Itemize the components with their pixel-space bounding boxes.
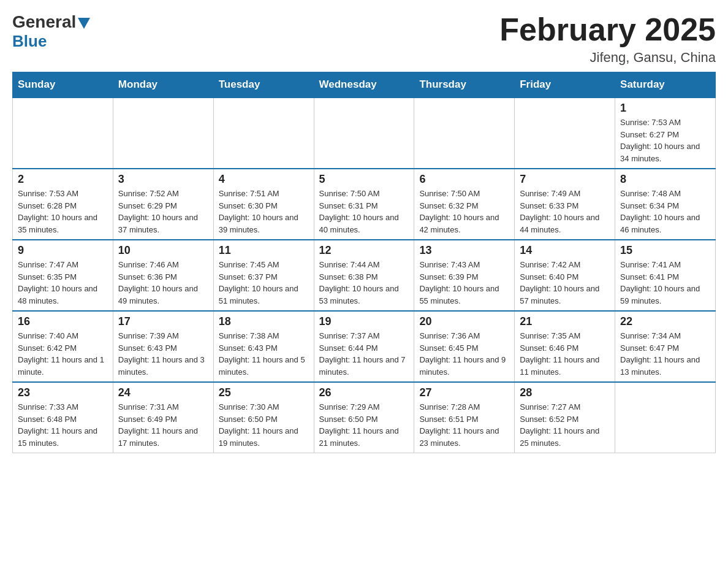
day-number: 8 [620, 173, 710, 186]
day-number: 13 [419, 244, 509, 257]
logo-blue-text: Blue [12, 33, 47, 49]
day-info: Sunrise: 7:51 AM Sunset: 6:30 PM Dayligh… [219, 188, 309, 236]
calendar-day-cell [314, 98, 414, 169]
day-info: Sunrise: 7:49 AM Sunset: 6:33 PM Dayligh… [520, 188, 610, 236]
calendar-day-cell: 12Sunrise: 7:44 AM Sunset: 6:38 PM Dayli… [314, 240, 414, 311]
day-number: 4 [219, 173, 309, 186]
calendar-day-cell: 14Sunrise: 7:42 AM Sunset: 6:40 PM Dayli… [515, 240, 615, 311]
day-number: 26 [319, 386, 409, 399]
calendar-day-cell [615, 382, 716, 453]
day-info: Sunrise: 7:38 AM Sunset: 6:43 PM Dayligh… [219, 330, 309, 378]
day-header-monday: Monday [113, 72, 213, 98]
day-number: 2 [18, 173, 108, 186]
day-info: Sunrise: 7:42 AM Sunset: 6:40 PM Dayligh… [520, 259, 610, 307]
day-info: Sunrise: 7:40 AM Sunset: 6:42 PM Dayligh… [18, 330, 108, 378]
day-header-thursday: Thursday [414, 72, 515, 98]
day-info: Sunrise: 7:41 AM Sunset: 6:41 PM Dayligh… [620, 259, 710, 307]
day-number: 28 [520, 386, 610, 399]
day-info: Sunrise: 7:37 AM Sunset: 6:44 PM Dayligh… [319, 330, 409, 378]
calendar-day-cell: 5Sunrise: 7:50 AM Sunset: 6:31 PM Daylig… [314, 169, 414, 240]
calendar-day-cell: 7Sunrise: 7:49 AM Sunset: 6:33 PM Daylig… [515, 169, 615, 240]
day-number: 10 [118, 244, 208, 257]
day-number: 6 [419, 173, 509, 186]
day-info: Sunrise: 7:29 AM Sunset: 6:50 PM Dayligh… [319, 401, 409, 449]
calendar-day-cell: 17Sunrise: 7:39 AM Sunset: 6:43 PM Dayli… [113, 311, 213, 382]
calendar-day-cell: 13Sunrise: 7:43 AM Sunset: 6:39 PM Dayli… [414, 240, 515, 311]
calendar-day-cell: 27Sunrise: 7:28 AM Sunset: 6:51 PM Dayli… [414, 382, 515, 453]
calendar-day-cell: 24Sunrise: 7:31 AM Sunset: 6:49 PM Dayli… [113, 382, 213, 453]
day-number: 12 [319, 244, 409, 257]
day-info: Sunrise: 7:53 AM Sunset: 6:27 PM Dayligh… [620, 117, 710, 164]
calendar-day-cell: 28Sunrise: 7:27 AM Sunset: 6:52 PM Dayli… [515, 382, 615, 453]
day-number: 3 [118, 173, 208, 186]
day-number: 11 [219, 244, 309, 257]
day-info: Sunrise: 7:46 AM Sunset: 6:36 PM Dayligh… [118, 259, 208, 307]
day-header-tuesday: Tuesday [213, 72, 314, 98]
day-number: 22 [620, 315, 710, 328]
calendar-week-row: 16Sunrise: 7:40 AM Sunset: 6:42 PM Dayli… [13, 311, 716, 382]
day-number: 19 [319, 315, 409, 328]
day-info: Sunrise: 7:35 AM Sunset: 6:46 PM Dayligh… [520, 330, 610, 378]
calendar-day-cell: 20Sunrise: 7:36 AM Sunset: 6:45 PM Dayli… [414, 311, 515, 382]
day-info: Sunrise: 7:31 AM Sunset: 6:49 PM Dayligh… [118, 401, 208, 449]
calendar-week-row: 23Sunrise: 7:33 AM Sunset: 6:48 PM Dayli… [13, 382, 716, 453]
calendar-day-cell: 11Sunrise: 7:45 AM Sunset: 6:37 PM Dayli… [213, 240, 314, 311]
day-number: 17 [118, 315, 208, 328]
day-info: Sunrise: 7:45 AM Sunset: 6:37 PM Dayligh… [219, 259, 309, 307]
day-info: Sunrise: 7:43 AM Sunset: 6:39 PM Dayligh… [419, 259, 509, 307]
calendar-day-cell [414, 98, 515, 169]
calendar-day-cell: 10Sunrise: 7:46 AM Sunset: 6:36 PM Dayli… [113, 240, 213, 311]
day-number: 14 [520, 244, 610, 257]
day-info: Sunrise: 7:34 AM Sunset: 6:47 PM Dayligh… [620, 330, 710, 378]
day-number: 23 [18, 386, 108, 399]
day-header-saturday: Saturday [615, 72, 716, 98]
day-info: Sunrise: 7:30 AM Sunset: 6:50 PM Dayligh… [219, 401, 309, 449]
logo-general-text: General [12, 12, 76, 32]
month-title: February 2025 [499, 12, 716, 47]
day-info: Sunrise: 7:33 AM Sunset: 6:48 PM Dayligh… [18, 401, 108, 449]
day-number: 21 [520, 315, 610, 328]
calendar-day-cell: 26Sunrise: 7:29 AM Sunset: 6:50 PM Dayli… [314, 382, 414, 453]
calendar-day-cell: 23Sunrise: 7:33 AM Sunset: 6:48 PM Dayli… [13, 382, 113, 453]
day-number: 27 [419, 386, 509, 399]
day-number: 5 [319, 173, 409, 186]
calendar-day-cell: 4Sunrise: 7:51 AM Sunset: 6:30 PM Daylig… [213, 169, 314, 240]
day-number: 9 [18, 244, 108, 257]
calendar-day-cell [113, 98, 213, 169]
location-label: Jifeng, Gansu, China [499, 50, 716, 66]
day-info: Sunrise: 7:50 AM Sunset: 6:31 PM Dayligh… [319, 188, 409, 236]
calendar-week-row: 2Sunrise: 7:53 AM Sunset: 6:28 PM Daylig… [13, 169, 716, 240]
day-info: Sunrise: 7:47 AM Sunset: 6:35 PM Dayligh… [18, 259, 108, 307]
calendar-day-cell: 9Sunrise: 7:47 AM Sunset: 6:35 PM Daylig… [13, 240, 113, 311]
day-number: 20 [419, 315, 509, 328]
calendar-day-cell [515, 98, 615, 169]
calendar-day-cell [213, 98, 314, 169]
title-area: February 2025 Jifeng, Gansu, China [499, 12, 716, 66]
day-info: Sunrise: 7:39 AM Sunset: 6:43 PM Dayligh… [118, 330, 208, 378]
day-number: 25 [219, 386, 309, 399]
logo: General Blue [12, 12, 90, 49]
calendar-day-cell [13, 98, 113, 169]
calendar-day-cell: 6Sunrise: 7:50 AM Sunset: 6:32 PM Daylig… [414, 169, 515, 240]
calendar-day-cell: 16Sunrise: 7:40 AM Sunset: 6:42 PM Dayli… [13, 311, 113, 382]
calendar-day-cell: 21Sunrise: 7:35 AM Sunset: 6:46 PM Dayli… [515, 311, 615, 382]
day-info: Sunrise: 7:52 AM Sunset: 6:29 PM Dayligh… [118, 188, 208, 236]
day-info: Sunrise: 7:48 AM Sunset: 6:34 PM Dayligh… [620, 188, 710, 236]
calendar-day-cell: 22Sunrise: 7:34 AM Sunset: 6:47 PM Dayli… [615, 311, 716, 382]
calendar-day-cell: 3Sunrise: 7:52 AM Sunset: 6:29 PM Daylig… [113, 169, 213, 240]
day-header-friday: Friday [515, 72, 615, 98]
calendar-day-cell: 2Sunrise: 7:53 AM Sunset: 6:28 PM Daylig… [13, 169, 113, 240]
calendar-day-cell: 1Sunrise: 7:53 AM Sunset: 6:27 PM Daylig… [615, 98, 716, 169]
logo-triangle-icon [78, 18, 90, 29]
calendar-week-row: 9Sunrise: 7:47 AM Sunset: 6:35 PM Daylig… [13, 240, 716, 311]
day-number: 1 [620, 102, 710, 115]
day-info: Sunrise: 7:36 AM Sunset: 6:45 PM Dayligh… [419, 330, 509, 378]
day-info: Sunrise: 7:27 AM Sunset: 6:52 PM Dayligh… [520, 401, 610, 449]
day-number: 15 [620, 244, 710, 257]
day-number: 7 [520, 173, 610, 186]
calendar-table: SundayMondayTuesdayWednesdayThursdayFrid… [12, 72, 716, 453]
day-number: 24 [118, 386, 208, 399]
calendar-header-row: SundayMondayTuesdayWednesdayThursdayFrid… [13, 72, 716, 98]
day-number: 16 [18, 315, 108, 328]
day-info: Sunrise: 7:44 AM Sunset: 6:38 PM Dayligh… [319, 259, 409, 307]
